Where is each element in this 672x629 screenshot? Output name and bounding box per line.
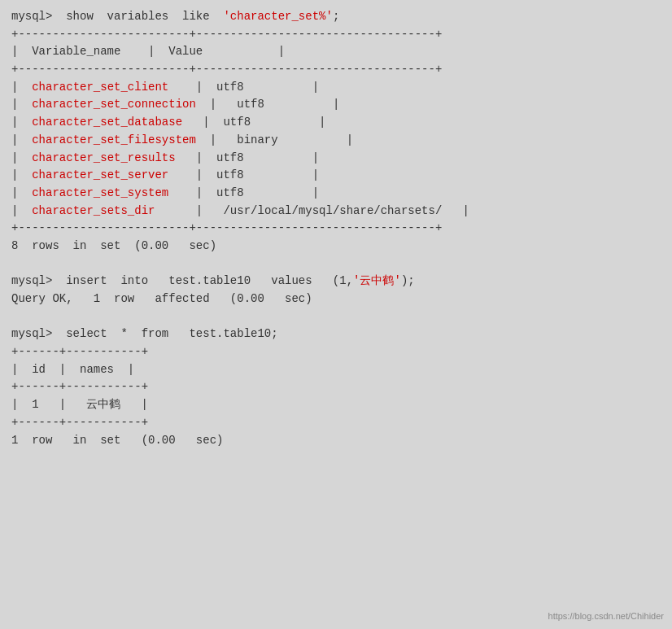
command-line-1: mysql> show variables like 'character_se… <box>11 8 661 26</box>
empty-line-2 <box>11 308 661 326</box>
row-results: | character_set_results | utf8 | <box>11 150 661 168</box>
table2-header: | id | names | <box>11 361 661 379</box>
result-rows: 8 rows in set (0.00 sec) <box>11 238 661 256</box>
row-database: | character_set_database | utf8 | <box>11 114 661 132</box>
row-client: | character_set_client | utf8 | <box>11 79 661 97</box>
row-dir: | character_sets_dir | /usr/local/mysql/… <box>11 203 661 221</box>
terminal: mysql> show variables like 'character_se… <box>11 8 661 449</box>
command-line-select: mysql> select * from test.table10; <box>11 325 661 343</box>
table2-row-data: | 1 | 云中鹤 | <box>11 396 661 414</box>
table2-border-mid: +------+-----------+ <box>11 378 661 396</box>
empty-line-1 <box>11 256 661 273</box>
table-border-top: +-------------------------+-------------… <box>11 26 661 44</box>
table-border-bottom: +-------------------------+-------------… <box>11 220 661 238</box>
table-border-mid: +-------------------------+-------------… <box>11 61 661 79</box>
row-filesystem: | character_set_filesystem | binary | <box>11 132 661 150</box>
command-line-insert: mysql> insert into test.table10 values (… <box>11 273 661 290</box>
row-system: | character_set_system | utf8 | <box>11 185 661 203</box>
table2-border-bottom: +------+-----------+ <box>11 414 661 432</box>
result-query-ok: Query OK, 1 row affected (0.00 sec) <box>11 290 661 308</box>
table2-border-top: +------+-----------+ <box>11 343 661 361</box>
watermark: https://blog.csdn.net/Chihider <box>548 611 664 621</box>
table-header: | Variable_name | Value | <box>11 43 661 61</box>
row-server: | character_set_server | utf8 | <box>11 167 661 185</box>
result-row-count: 1 row in set (0.00 sec) <box>11 432 661 450</box>
row-connection: | character_set_connection | utf8 | <box>11 96 661 114</box>
